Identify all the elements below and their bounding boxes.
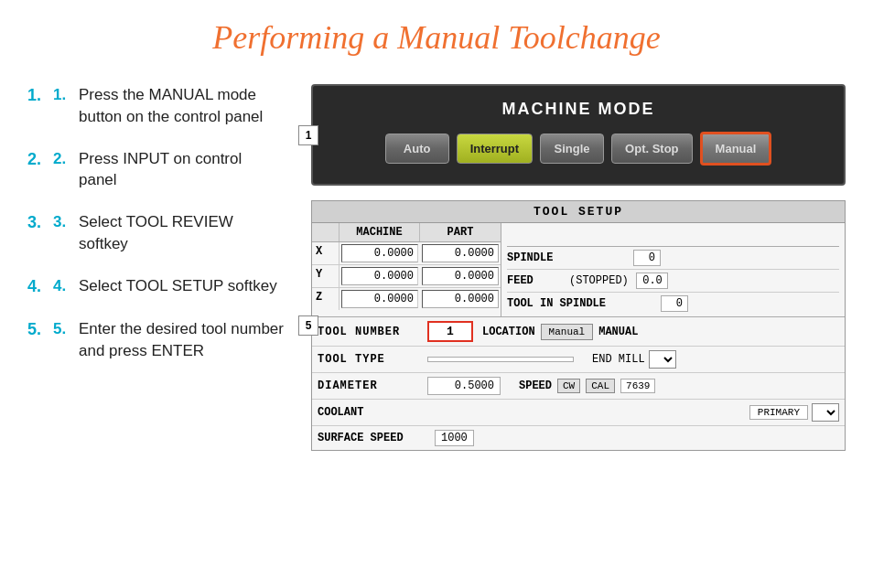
- step-1: 1. Press the MANUAL mode button on the c…: [27, 84, 284, 128]
- step-3: 3. Select TOOL REVIEW softkey: [27, 211, 284, 255]
- tool-type-row: TOOL TYPE END MILL: [312, 347, 845, 373]
- right-panel: 1 MACHINE MODE Auto Interrupt Single Opt…: [311, 84, 846, 451]
- machine-mode-title: MACHINE MODE: [331, 100, 825, 119]
- tool-number-row: TOOL NUMBER 1 LOCATION Manual MANUAL: [312, 317, 845, 347]
- steps-list: 1. Press the MANUAL mode button on the c…: [27, 84, 284, 382]
- y-part-val: 0.0000: [422, 267, 499, 285]
- speed-label: SPEED: [519, 380, 552, 392]
- z-part-val: 0.0000: [422, 290, 499, 308]
- x-axis-label: X: [312, 242, 340, 264]
- end-mill-label: END MILL: [592, 353, 645, 366]
- step-5-number: 5.: [53, 318, 79, 340]
- location-manual-button[interactable]: Manual: [541, 324, 594, 340]
- x-part-val: 0.0000: [422, 244, 499, 262]
- tool-setup-container: 5 TOOL SETUP MACHINE PART: [311, 200, 846, 451]
- step-5: 5. Enter the desired tool number and pre…: [27, 318, 284, 362]
- spindle-val: 0: [633, 250, 661, 266]
- page-title: Performing a Manual Toolchange: [27, 18, 846, 57]
- step-5-text: Enter the desired tool number and press …: [79, 318, 284, 362]
- spindle-label: SPINDLE: [507, 251, 626, 264]
- coolant-value-section: PRIMARY: [749, 403, 839, 422]
- opt-stop-button[interactable]: Opt. Stop: [611, 134, 693, 164]
- y-machine-val: 0.0000: [341, 267, 418, 285]
- end-mill-section: END MILL: [592, 350, 676, 369]
- step-2: 2. Press INPUT on control panel: [27, 148, 284, 192]
- surface-speed-label: SURFACE SPEED: [318, 432, 418, 444]
- instruction-list: 1. Press the MANUAL mode button on the c…: [27, 84, 284, 362]
- machine-col-header: MACHINE: [340, 223, 420, 241]
- mode-buttons-row: Auto Interrupt Single Opt. Stop Manual: [331, 132, 825, 166]
- step-1-number: 1.: [53, 84, 79, 106]
- single-button[interactable]: Single: [540, 134, 604, 164]
- coolant-label: COOLANT: [318, 406, 418, 419]
- step5-badge: 5: [298, 315, 318, 336]
- z-machine-val: 0.0000: [341, 290, 418, 308]
- step-3-text: Select TOOL REVIEW softkey: [79, 211, 284, 255]
- diameter-label: DIAMETER: [318, 380, 418, 392]
- part-col-header: PART: [420, 223, 501, 241]
- step-4-text: Select TOOL SETUP softkey: [79, 275, 277, 297]
- tool-number-field[interactable]: 1: [427, 321, 473, 342]
- diameter-field[interactable]: 0.5000: [427, 377, 501, 395]
- step-4: 4. Select TOOL SETUP softkey: [27, 275, 284, 298]
- end-mill-dropdown[interactable]: [649, 350, 676, 369]
- z-axis-label: Z: [312, 288, 340, 310]
- speed-val: 7639: [620, 379, 655, 393]
- manual-button[interactable]: Manual: [700, 132, 772, 166]
- cw-label[interactable]: CW: [557, 379, 580, 393]
- tool-setup-panel: TOOL SETUP MACHINE PART X: [311, 200, 846, 451]
- manual-label: MANUAL: [598, 326, 638, 338]
- step-2-text: Press INPUT on control panel: [79, 148, 284, 192]
- step-4-number: 4.: [53, 275, 79, 297]
- interrupt-button[interactable]: Interrupt: [457, 134, 533, 164]
- location-section: LOCATION Manual MANUAL: [482, 324, 638, 340]
- step-1-text: Press the MANUAL mode button on the cont…: [79, 84, 284, 128]
- diameter-row: DIAMETER 0.5000 SPEED CW CAL 7639: [312, 373, 845, 400]
- y-axis-label: Y: [312, 265, 340, 287]
- location-label: LOCATION: [482, 326, 535, 338]
- machine-mode-container: 1 MACHINE MODE Auto Interrupt Single Opt…: [311, 84, 846, 186]
- feed-stopped: (STOPPED): [569, 274, 629, 287]
- step-3-number: 3.: [53, 211, 79, 233]
- step1-badge: 1: [298, 125, 318, 145]
- tool-in-spindle-val: 0: [661, 295, 688, 312]
- coolant-row: COOLANT PRIMARY: [312, 400, 845, 426]
- speed-section: SPEED CW CAL 7639: [519, 379, 655, 393]
- auto-button[interactable]: Auto: [385, 134, 449, 164]
- x-machine-val: 0.0000: [341, 244, 418, 262]
- surface-speed-val: 1000: [435, 430, 474, 446]
- cal-label[interactable]: CAL: [586, 379, 615, 393]
- tool-type-label: TOOL TYPE: [318, 353, 418, 366]
- machine-mode-panel: MACHINE MODE Auto Interrupt Single Opt. …: [311, 84, 846, 186]
- feed-label: FEED: [507, 274, 562, 287]
- tool-setup-header: TOOL SETUP: [312, 201, 845, 223]
- coolant-val: PRIMARY: [749, 405, 808, 420]
- feed-val: 0.0: [636, 273, 668, 289]
- tool-in-spindle-label: TOOL IN SPINDLE: [507, 297, 653, 310]
- surface-speed-row: SURFACE SPEED 1000: [312, 426, 845, 450]
- tool-number-label: TOOL NUMBER: [318, 326, 418, 338]
- step-2-number: 2.: [53, 148, 79, 170]
- tool-type-field[interactable]: [427, 357, 574, 362]
- coolant-dropdown[interactable]: [812, 403, 839, 422]
